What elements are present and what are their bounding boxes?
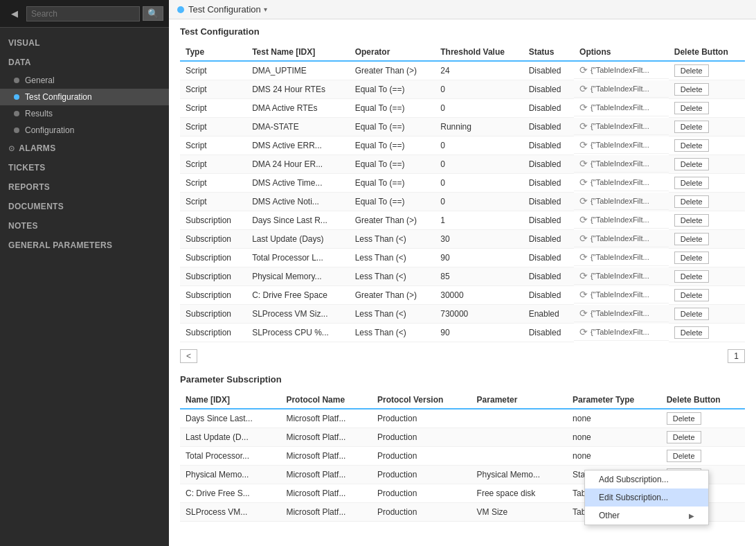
- sync-icon[interactable]: ⟳: [579, 83, 588, 94]
- delete-button[interactable]: Delete: [667, 412, 701, 425]
- delete-button[interactable]: Delete: [674, 326, 709, 339]
- cell-delete: Delete: [669, 324, 745, 342]
- cell-type: Script: [180, 80, 246, 99]
- dot-icon: [14, 127, 19, 133]
- cell-threshold: 0: [435, 155, 523, 174]
- table-row: Subscription C: Drive Free Space Greater…: [180, 286, 745, 305]
- sidebar-item-results[interactable]: Results: [0, 105, 169, 122]
- sync-icon[interactable]: ⟳: [579, 64, 588, 76]
- cell-protocol-name: Microsoft Platf...: [280, 409, 372, 428]
- cell-threshold: 1: [435, 211, 523, 230]
- sidebar-item-visual[interactable]: VISUAL: [0, 33, 169, 53]
- delete-button[interactable]: Delete: [674, 308, 709, 320]
- delete-button[interactable]: Delete: [674, 289, 709, 301]
- top-bar: Test Configuration ▾: [169, 0, 756, 19]
- cell-threshold: 24: [435, 61, 523, 80]
- cell-threshold: 0: [435, 193, 523, 211]
- cell-protocol-name: Microsoft Platf...: [280, 503, 372, 522]
- sidebar-item-reports[interactable]: REPORTS: [0, 177, 169, 197]
- context-menu-item[interactable]: Add Subscription...: [585, 470, 708, 488]
- sync-icon[interactable]: ⟳: [579, 270, 588, 281]
- sync-icon[interactable]: ⟳: [579, 177, 588, 188]
- cell-parameter-type: none: [567, 409, 661, 428]
- sidebar-item-test-configuration[interactable]: Test Configuration: [0, 89, 169, 105]
- search-input[interactable]: [26, 6, 140, 21]
- pagination-prev[interactable]: <: [180, 349, 197, 363]
- cell-test-name: DMA-STATE: [246, 118, 349, 136]
- cell-name: Days Since Last...: [180, 409, 280, 428]
- sidebar-item-notes[interactable]: NOTES: [0, 216, 169, 236]
- sidebar-item-general-parameters[interactable]: GENERAL PARAMETERS: [0, 236, 169, 255]
- cell-operator: Less Than (<): [350, 305, 435, 324]
- delete-button[interactable]: Delete: [674, 177, 709, 189]
- sidebar-item-configuration[interactable]: Configuration: [0, 122, 169, 139]
- cell-delete: Delete: [661, 428, 745, 447]
- sync-icon[interactable]: ⟳: [579, 121, 588, 132]
- cell-test-name: DMS Active ERR...: [246, 136, 349, 155]
- delete-button[interactable]: Delete: [674, 158, 709, 170]
- sidebar-item-tickets[interactable]: TICKETS: [0, 158, 169, 177]
- delete-button[interactable]: Delete: [674, 195, 709, 208]
- search-button[interactable]: 🔍: [143, 6, 163, 21]
- test-config-title: Test Configuration: [180, 26, 745, 39]
- delete-button[interactable]: Delete: [674, 270, 709, 283]
- delete-button[interactable]: Delete: [674, 83, 709, 96]
- cell-type: Subscription: [180, 324, 246, 342]
- cell-operator: Equal To (==): [350, 136, 435, 155]
- sync-icon[interactable]: ⟳: [579, 139, 588, 150]
- sidebar-item-data[interactable]: DATA: [0, 53, 169, 72]
- cell-operator: Greater Than (>): [350, 61, 435, 80]
- cell-test-name: SLProcess CPU %...: [246, 324, 349, 342]
- cell-test-name: Physical Memory...: [246, 267, 349, 286]
- delete-button[interactable]: Delete: [667, 450, 701, 462]
- delete-button[interactable]: Delete: [674, 64, 709, 77]
- cell-threshold: 0: [435, 80, 523, 99]
- delete-button[interactable]: Delete: [667, 431, 701, 443]
- sync-icon[interactable]: ⟳: [579, 326, 588, 337]
- cell-operator: Less Than (<): [350, 267, 435, 286]
- delete-button[interactable]: Delete: [674, 252, 709, 264]
- cell-type: Script: [180, 99, 246, 118]
- param-sub-title: Parameter Subscription: [180, 374, 745, 387]
- delete-button[interactable]: Delete: [674, 214, 709, 227]
- cell-delete: Delete: [669, 99, 745, 118]
- sync-icon[interactable]: ⟳: [579, 195, 588, 206]
- cell-parameter: [471, 447, 567, 466]
- options-text: {"TableIndexFilt...: [591, 159, 649, 168]
- cell-options: ⟳ {"TableIndexFilt...: [574, 267, 669, 285]
- table-row: Script DMA-STATE Equal To (==) Running D…: [180, 118, 745, 136]
- delete-button[interactable]: Delete: [674, 233, 709, 245]
- options-text: {"TableIndexFilt...: [591, 178, 649, 186]
- cell-parameter-type: none: [567, 447, 661, 466]
- sidebar-item-documents[interactable]: DOCUMENTS: [0, 197, 169, 216]
- cell-status: Disabled: [523, 136, 574, 155]
- sync-icon[interactable]: ⟳: [579, 214, 588, 225]
- cell-operator: Equal To (==): [350, 193, 435, 211]
- back-button[interactable]: ◀: [6, 4, 24, 23]
- sidebar-item-alarms[interactable]: ⊙ ALARMS: [0, 139, 169, 158]
- cell-parameter: VM Size: [471, 503, 567, 522]
- cell-protocol-version: Production: [372, 409, 471, 428]
- cell-options: ⟳ {"TableIndexFilt...: [574, 99, 669, 116]
- sync-icon[interactable]: ⟳: [579, 158, 588, 169]
- table-row: Script DMS 24 Hour RTEs Equal To (==) 0 …: [180, 80, 745, 99]
- context-menu-item[interactable]: Edit Subscription...: [585, 488, 708, 507]
- table-row: Script DMS Active ERR... Equal To (==) 0…: [180, 136, 745, 155]
- cell-status: Disabled: [523, 155, 574, 174]
- sync-icon[interactable]: ⟳: [579, 308, 588, 319]
- sync-icon[interactable]: ⟳: [579, 289, 588, 300]
- sidebar: ◀ 🔍 VISUAL DATA General Test Configurati…: [0, 0, 169, 546]
- sidebar-item-general[interactable]: General: [0, 72, 169, 89]
- cell-status: Disabled: [523, 230, 574, 249]
- delete-button[interactable]: Delete: [674, 121, 709, 133]
- dropdown-arrow-icon[interactable]: ▾: [264, 6, 267, 13]
- sync-icon[interactable]: ⟳: [579, 233, 588, 244]
- dot-icon: [14, 78, 19, 83]
- options-text: {"TableIndexFilt...: [591, 66, 649, 74]
- sync-icon[interactable]: ⟳: [579, 252, 588, 263]
- delete-button[interactable]: Delete: [674, 102, 709, 114]
- cell-test-name: DMS Active Time...: [246, 174, 349, 193]
- delete-button[interactable]: Delete: [674, 139, 709, 152]
- context-menu-item[interactable]: Other▶: [585, 507, 708, 525]
- sync-icon[interactable]: ⟳: [579, 102, 588, 113]
